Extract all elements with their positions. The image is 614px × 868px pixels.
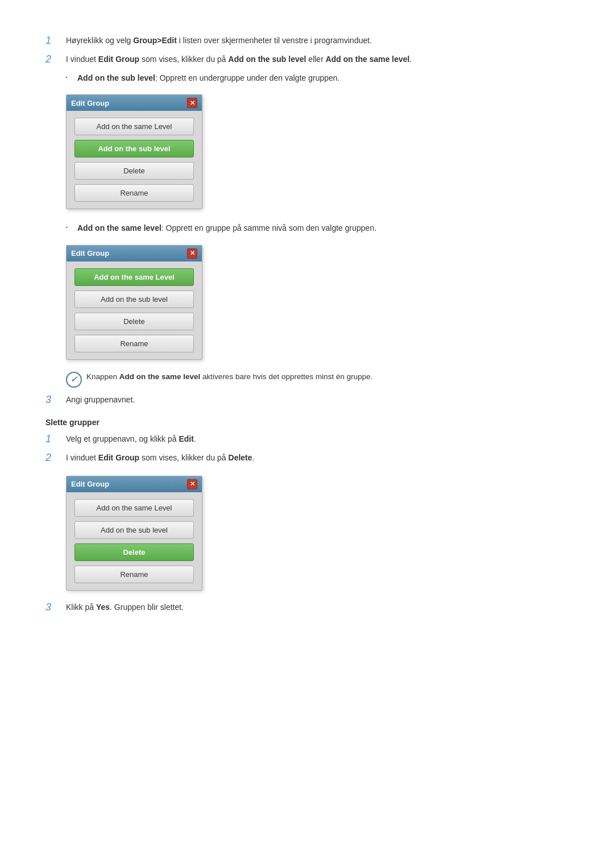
btn-rename-2[interactable]: Rename [74, 335, 194, 352]
section-delete: Slette grupper [45, 418, 569, 427]
step-number-3: 3 [45, 392, 66, 408]
note-text: Knappen Add on the same level aktiveres … [86, 371, 373, 383]
bullet-list-2: • Add on the same level: Opprett en grup… [66, 222, 569, 234]
bullet-text-sub-level: Add on the sub level: Opprett en undergr… [77, 72, 569, 84]
step-text-d3: Klikk på Yes. Gruppen blir slettet. [66, 601, 569, 613]
dialog-close-btn-1[interactable]: ✕ [187, 98, 197, 108]
edit-group-dialog-2: Edit Group ✕ Add on the same Level Add o… [66, 245, 202, 360]
dialog-title-3: Edit Group [71, 480, 109, 488]
btn-rename-1[interactable]: Rename [74, 184, 194, 202]
step-delete-1: 1 Velg et gruppenavn, og klikk på Edit. [45, 433, 569, 447]
bullet-item-sub-level: • Add on the sub level: Opprett en under… [66, 72, 569, 84]
step-number-d1: 1 [45, 431, 66, 447]
btn-add-same-level-3[interactable]: Add on the same Level [74, 499, 194, 517]
step-create-1: 1 Høyreklikk og velg Group>Edit i listen… [45, 34, 569, 48]
dialog-body-3: Add on the same Level Add on the sub lev… [67, 492, 202, 590]
step-number-d3: 3 [45, 600, 66, 615]
dialog-title-1: Edit Group [71, 99, 109, 107]
btn-rename-3[interactable]: Rename [74, 566, 194, 583]
btn-delete-2[interactable]: Delete [74, 313, 194, 330]
dialog-close-btn-3[interactable]: ✕ [187, 479, 197, 489]
btn-add-sub-level-3[interactable]: Add on the sub level [74, 521, 194, 539]
note-icon-inner: ✓ [70, 375, 77, 384]
step-number-2: 2 [45, 52, 66, 67]
dialog-title-2: Edit Group [71, 249, 109, 258]
step-text-d1: Velg et gruppenavn, og klikk på Edit. [66, 433, 569, 445]
dialog-wrapper-1: Edit Group ✕ Add on the same Level Add o… [66, 94, 202, 209]
edit-group-dialog-1: Edit Group ✕ Add on the same Level Add o… [66, 94, 202, 209]
dialog-body-2: Add on the same Level Add on the sub lev… [67, 261, 202, 359]
step-create-3: 3 Angi gruppenavnet. [45, 393, 569, 408]
btn-delete-1[interactable]: Delete [74, 162, 194, 180]
dialog-close-btn-2[interactable]: ✕ [187, 248, 197, 259]
btn-add-sub-level-1[interactable]: Add on the sub level [74, 140, 194, 157]
note-row: ✓ Knappen Add on the same level aktivere… [66, 371, 569, 388]
bullet-list-1: • Add on the sub level: Opprett en under… [66, 72, 569, 84]
step-number-1: 1 [45, 33, 66, 48]
bullet-text-same-level: Add on the same level: Opprett en gruppe… [77, 222, 569, 234]
btn-add-same-level-2[interactable]: Add on the same Level [74, 268, 194, 286]
section-heading-delete: Slette grupper [45, 418, 569, 427]
step-text-3: Angi gruppenavnet. [66, 393, 569, 406]
dialog-body-1: Add on the same Level Add on the sub lev… [67, 111, 202, 209]
note-icon: ✓ [66, 372, 82, 388]
dialog-wrapper-2: Edit Group ✕ Add on the same Level Add o… [66, 245, 202, 360]
bullet-item-same-level: • Add on the same level: Opprett en grup… [66, 222, 569, 234]
edit-group-dialog-3: Edit Group ✕ Add on the same Level Add o… [66, 476, 202, 591]
dialog-titlebar-2: Edit Group ✕ [67, 246, 202, 261]
bullet-dot-2: • [66, 225, 77, 230]
step-number-d2: 2 [45, 450, 66, 466]
btn-delete-3[interactable]: Delete [74, 543, 194, 561]
step-text-1: Høyreklikk og velg Group>Edit i listen o… [66, 34, 569, 47]
step-text-d2: I vinduet Edit Group som vises, klikker … [66, 451, 569, 464]
step-delete-3: 3 Klikk på Yes. Gruppen blir slettet. [45, 601, 569, 615]
dialog-wrapper-3: Edit Group ✕ Add on the same Level Add o… [66, 476, 202, 591]
step-delete-2: 2 I vinduet Edit Group som vises, klikke… [45, 451, 569, 599]
dialog-titlebar-3: Edit Group ✕ [67, 476, 202, 492]
dialog-titlebar-1: Edit Group ✕ [67, 95, 202, 111]
btn-add-sub-level-2[interactable]: Add on the sub level [74, 290, 194, 308]
btn-add-same-level-1[interactable]: Add on the same Level [74, 118, 194, 135]
bullet-dot-1: • [66, 74, 77, 80]
step-text-2: I vinduet Edit Group som vises, klikker … [66, 53, 569, 65]
step-create-2: 2 I vinduet Edit Group som vises, klikke… [45, 53, 569, 388]
